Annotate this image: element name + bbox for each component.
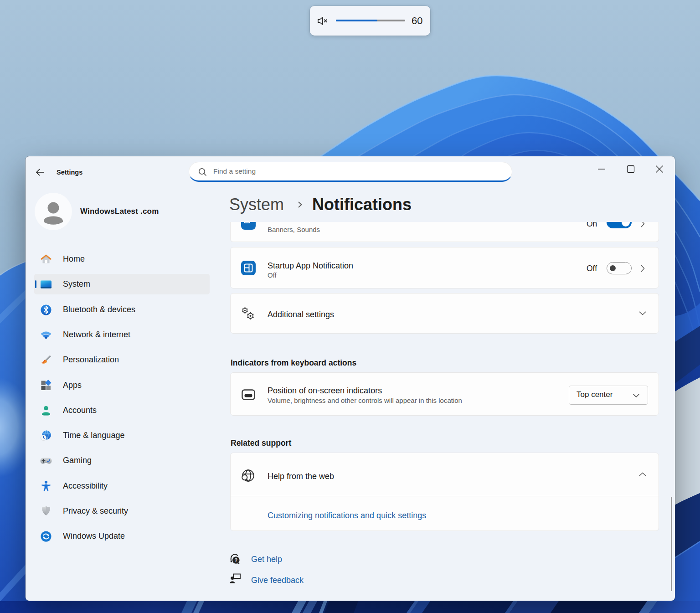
svg-text:?: ?: [235, 557, 238, 563]
